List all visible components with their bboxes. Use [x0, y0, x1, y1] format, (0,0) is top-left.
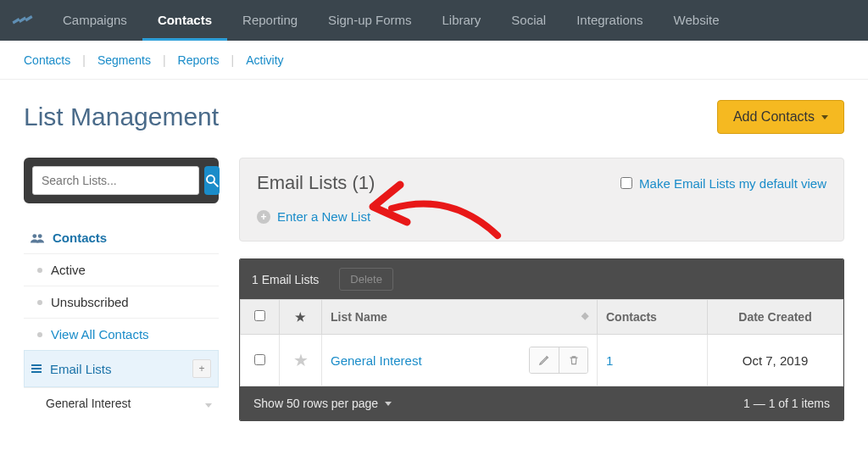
th-date[interactable]: Date Created — [708, 300, 843, 335]
page-title: List Management — [24, 103, 219, 131]
nav-integrations[interactable]: Integrations — [561, 0, 658, 41]
bullet-icon — [37, 268, 42, 273]
add-contacts-label: Add Contacts — [733, 109, 815, 125]
sort-icon: ◆ — [581, 310, 588, 321]
sidebar-email-lists-label: Email Lists — [50, 362, 112, 376]
add-contacts-button[interactable]: Add Contacts — [717, 100, 844, 134]
caret-down-icon — [385, 402, 392, 406]
search-input[interactable] — [32, 166, 199, 195]
nav-contacts[interactable]: Contacts — [142, 0, 227, 41]
search-button[interactable] — [204, 166, 220, 195]
caret-down-icon — [821, 115, 828, 119]
table-footer: Show 50 rows per page 1 — 1 of 1 items — [240, 386, 843, 420]
sidebar-email-lists[interactable]: Email Lists + — [24, 350, 219, 387]
enter-new-list-link[interactable]: Enter a New List — [277, 209, 370, 224]
people-icon — [31, 232, 44, 244]
nav-campaigns[interactable]: Campaigns — [47, 0, 142, 41]
logo-icon — [11, 12, 36, 29]
sidebar-item-label: Active — [51, 263, 86, 277]
rows-per-label: Show 50 rows per page — [253, 397, 378, 410]
nav-reporting[interactable]: Reporting — [227, 0, 313, 41]
row-checkbox[interactable] — [254, 354, 265, 365]
subnav-segments[interactable]: Segments — [94, 53, 154, 67]
svg-line-4 — [214, 182, 218, 186]
edit-button[interactable] — [530, 347, 559, 373]
bullet-icon — [37, 332, 42, 337]
lists-table: ★ List Name◆ Contacts Date Created ★ — [240, 299, 843, 386]
subnav-activity[interactable]: Activity — [242, 53, 287, 67]
contacts-count-link[interactable]: 1 — [606, 353, 613, 368]
star-icon[interactable]: ★ — [293, 351, 309, 369]
plus-circle-icon: + — [257, 210, 270, 224]
select-all-checkbox[interactable] — [254, 310, 265, 321]
th-list-name[interactable]: List Name◆ — [322, 300, 598, 335]
sidebar-item-unsubscribed[interactable]: Unsubscribed — [24, 286, 219, 318]
default-view-checkbox[interactable] — [620, 177, 632, 189]
pencil-icon — [538, 354, 550, 366]
rows-per-page-dropdown[interactable]: Show 50 rows per page — [253, 397, 392, 410]
svg-point-6 — [38, 234, 42, 238]
svg-marker-1 — [19, 17, 26, 24]
th-star[interactable]: ★ — [280, 300, 322, 335]
sidebar-item-active[interactable]: Active — [24, 253, 219, 286]
svg-point-5 — [32, 234, 36, 238]
table-container: 1 Email Lists Delete ★ List Name◆ Contac… — [239, 258, 844, 421]
panel-title: Email Lists (1) — [257, 172, 375, 194]
sidebar-item-label: Unsubscribed — [51, 295, 129, 309]
subnav-contacts[interactable]: Contacts — [20, 53, 74, 67]
search-box — [24, 158, 219, 203]
top-nav: Campaigns Contacts Reporting Sign-up For… — [0, 0, 868, 41]
th-checkbox — [241, 300, 280, 335]
sidebar: Contacts Active Unsubscribed View All Co… — [24, 158, 219, 419]
page-header: List Management Add Contacts — [24, 100, 844, 134]
chevron-down-icon — [205, 403, 212, 408]
table-row: ★ General Interest — [241, 335, 843, 386]
trash-icon — [568, 354, 580, 366]
date-cell: Oct 7, 2019 — [708, 335, 843, 386]
sidebar-child-list[interactable]: General Interest — [24, 387, 219, 419]
panel-header: Email Lists (1) Make Email Lists my defa… — [239, 158, 844, 242]
default-view-label: Make Email Lists my default view — [639, 176, 826, 191]
svg-marker-0 — [13, 18, 20, 25]
nav-signup-forms[interactable]: Sign-up Forms — [313, 0, 426, 41]
add-list-button[interactable]: + — [192, 359, 211, 378]
subnav-reports[interactable]: Reports — [175, 53, 223, 67]
sidebar-child-label: General Interest — [46, 397, 131, 410]
list-name-link[interactable]: General Interest — [331, 353, 422, 368]
bullet-icon — [37, 300, 42, 305]
row-actions — [529, 347, 588, 374]
sidebar-item-label: View All Contacts — [51, 327, 149, 342]
expand-button[interactable] — [205, 397, 212, 410]
main-panel: Email Lists (1) Make Email Lists my defa… — [239, 158, 844, 421]
th-contacts[interactable]: Contacts — [598, 300, 708, 335]
table-toolbar: 1 Email Lists Delete — [240, 259, 843, 299]
sidebar-contacts-label: Contacts — [53, 230, 107, 245]
sidebar-item-view-all[interactable]: View All Contacts — [24, 318, 219, 350]
nav-social[interactable]: Social — [496, 0, 561, 41]
logo — [7, 0, 41, 41]
star-icon: ★ — [295, 310, 306, 324]
sidebar-contacts-head[interactable]: Contacts — [24, 222, 219, 253]
pagination-range: 1 — 1 of 1 items — [743, 397, 830, 410]
search-icon — [204, 173, 220, 188]
svg-marker-2 — [25, 15, 33, 22]
list-icon — [31, 364, 42, 373]
table-bar-title: 1 Email Lists — [252, 273, 319, 286]
sub-nav: Contacts| Segments| Reports| Activity — [0, 41, 868, 80]
nav-website[interactable]: Website — [659, 0, 735, 41]
delete-row-button[interactable] — [559, 347, 587, 373]
nav-library[interactable]: Library — [426, 0, 496, 41]
delete-button[interactable]: Delete — [339, 268, 393, 291]
default-view-toggle[interactable]: Make Email Lists my default view — [620, 176, 826, 191]
